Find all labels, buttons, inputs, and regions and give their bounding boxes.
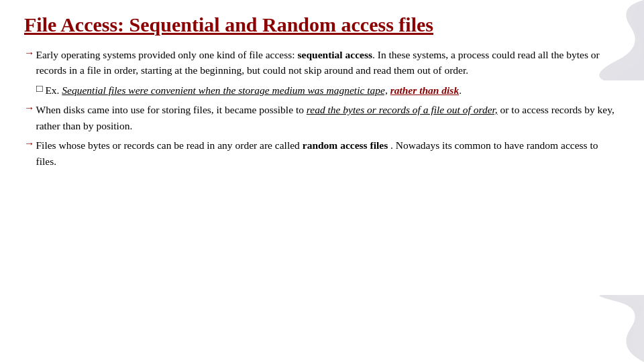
bullet-4: → Files whose bytes or records can be re…	[24, 137, 620, 169]
bullet-2-red-text: rather than disk	[390, 84, 460, 96]
bullet-2-text: Ex. Sequential files were convenient whe…	[45, 82, 462, 99]
bullet-2: □ Ex. Sequential files were convenient w…	[24, 82, 620, 99]
bullet-2-square: □	[36, 82, 42, 95]
bullet-1: → Early operating systems provided only …	[24, 47, 620, 78]
slide-content: File Access: Sequential and Random acces…	[24, 12, 620, 350]
bullet-1-text: Early operating systems provided only on…	[36, 47, 621, 78]
bullet-1-arrow: →	[24, 47, 35, 59]
bullet-3-arrow: →	[24, 102, 35, 114]
bullet-4-text: Files whose bytes or records can be read…	[36, 137, 621, 169]
bullet-3: → When disks came into use for storing f…	[24, 102, 620, 133]
bullet-4-arrow: →	[24, 137, 35, 149]
bullet-3-underline: read the bytes or records of a file out …	[307, 104, 498, 115]
bullet-2-underline-italic: Sequential files were convenient when th…	[62, 84, 387, 96]
slide-title: File Access: Sequential and Random acces…	[24, 12, 620, 38]
bullet-3-text: When disks came into use for storing fil…	[36, 102, 621, 133]
